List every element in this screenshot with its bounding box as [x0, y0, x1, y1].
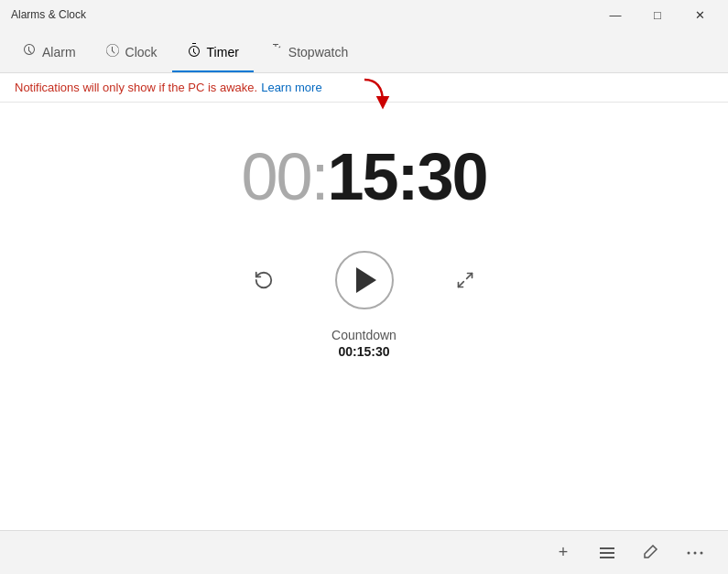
- alarm-icon: [22, 43, 37, 61]
- timer-controls: [247, 251, 482, 309]
- tab-timer-label: Timer: [207, 45, 239, 60]
- timer-display: 00: 15:30: [241, 139, 486, 214]
- close-button[interactable]: ✕: [679, 0, 721, 29]
- clock-icon: [105, 43, 120, 61]
- play-button[interactable]: [335, 251, 394, 309]
- svg-line-2: [458, 282, 463, 287]
- more-icon: [687, 551, 703, 555]
- svg-rect-5: [600, 557, 614, 558]
- main-content: 00: 15:30 Countdown 00:15:30: [0, 103, 728, 530]
- expand-button[interactable]: [449, 264, 482, 297]
- svg-line-1: [466, 274, 472, 279]
- svg-rect-4: [600, 552, 614, 554]
- minimize-button[interactable]: —: [594, 0, 636, 29]
- window-controls: — □ ✕: [594, 0, 721, 29]
- list-button[interactable]: [589, 535, 625, 571]
- tab-alarm-label: Alarm: [42, 45, 76, 60]
- window-title: Alarms & Clock: [11, 8, 86, 21]
- countdown-info: Countdown 00:15:30: [331, 328, 397, 359]
- timer-inactive-part: 00:: [241, 139, 327, 214]
- stopwatch-icon: [268, 43, 283, 61]
- add-timer-button[interactable]: +: [545, 535, 581, 571]
- reset-icon: [254, 270, 274, 290]
- countdown-time: 00:15:30: [331, 344, 397, 359]
- title-bar: Alarms & Clock — □ ✕: [0, 0, 728, 29]
- more-button[interactable]: [677, 535, 713, 571]
- svg-point-8: [701, 551, 703, 554]
- svg-point-6: [688, 551, 690, 554]
- list-icon: [599, 545, 615, 561]
- reset-button[interactable]: [247, 264, 280, 297]
- edit-button[interactable]: [633, 535, 669, 571]
- nav-bar: Alarm Clock Timer Stopwatch: [0, 29, 728, 73]
- maximize-button[interactable]: □: [636, 0, 679, 29]
- svg-rect-3: [600, 547, 614, 549]
- bottom-toolbar: +: [0, 530, 728, 574]
- arrow-annotation: [355, 75, 392, 114]
- tab-stopwatch-label: Stopwatch: [288, 45, 348, 60]
- expand-icon: [456, 271, 474, 289]
- notification-text: Notifications will only show if the PC i…: [15, 81, 257, 94]
- edit-icon: [643, 545, 659, 561]
- tab-timer[interactable]: Timer: [172, 34, 254, 72]
- tab-stopwatch[interactable]: Stopwatch: [254, 34, 363, 72]
- svg-point-7: [694, 551, 697, 554]
- tab-clock-label: Clock: [125, 45, 158, 60]
- timer-active-part: 15:30: [327, 139, 486, 214]
- red-arrow-icon: [355, 75, 392, 112]
- timer-icon: [187, 43, 201, 61]
- play-icon: [356, 267, 376, 293]
- tab-alarm[interactable]: Alarm: [7, 34, 91, 72]
- learn-more-link[interactable]: Learn more: [261, 81, 321, 94]
- countdown-label: Countdown: [331, 328, 397, 342]
- tab-clock[interactable]: Clock: [91, 34, 172, 72]
